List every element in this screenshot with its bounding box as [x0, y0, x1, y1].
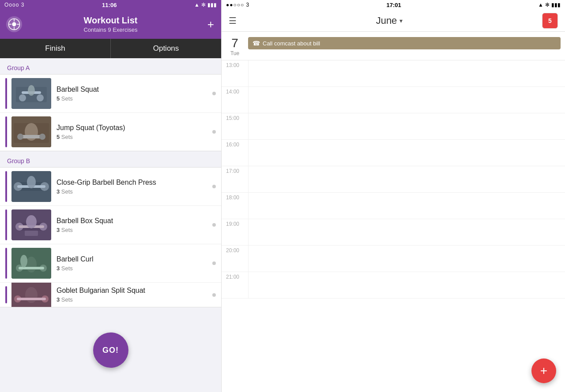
- event-container: ☎ Call comcast about bill: [248, 37, 561, 49]
- exercise-name: Jump Squat (Toyotas): [56, 124, 209, 132]
- exercise-thumbnail: [11, 248, 51, 279]
- exercise-name: Barbell Box Squat: [56, 217, 209, 225]
- exercise-dot: [212, 223, 216, 227]
- exercise-sets: 3 Sets: [56, 296, 209, 303]
- exercise-dot: [212, 130, 216, 134]
- list-item[interactable]: Goblet Bulgarian Split Squat 3 Sets: [0, 283, 221, 307]
- day-name: Tue: [222, 50, 248, 56]
- icons-left: ▲ ✻ ▮▮▮: [194, 2, 217, 8]
- exercise-info: Goblet Bulgarian Split Squat 3 Sets: [56, 287, 209, 303]
- exercise-sets: 5 Sets: [56, 134, 209, 140]
- status-bar-right: ●●○○○ 3 17:01 ▲ ✻ ▮▮▮: [222, 0, 565, 10]
- right-panel: ●●○○○ 3 17:01 ▲ ✻ ▮▮▮ ☰ June ▾ 5 7 Tue ☎: [222, 0, 565, 392]
- menu-icon[interactable]: ☰: [229, 16, 237, 25]
- time-content: [248, 140, 565, 166]
- group-bar: [5, 78, 7, 109]
- time-label: 13:00: [222, 60, 248, 68]
- app-header: Workout List Contains 9 Exercises +: [0, 10, 221, 39]
- battery-icon-left: ▮▮▮: [207, 2, 217, 8]
- group-a-header: Group A: [0, 58, 221, 74]
- exercise-info: Close-Grip Barbell Bench Press 3 Sets: [56, 179, 209, 195]
- add-exercise-button[interactable]: +: [207, 18, 214, 31]
- time-content: [248, 87, 565, 113]
- time-left: 11:06: [102, 2, 117, 8]
- time-label: 14:00: [222, 87, 248, 95]
- svg-rect-43: [17, 298, 46, 300]
- list-item[interactable]: Barbell Squat 5 Sets: [0, 75, 221, 113]
- time-content: [248, 246, 565, 272]
- exercise-dot: [212, 185, 216, 188]
- exercise-name: Barbell Squat: [56, 86, 209, 93]
- calendar-day-header: 7 Tue ☎ Call comcast about bill: [222, 32, 565, 60]
- add-event-fab[interactable]: +: [531, 358, 556, 383]
- time-label: 16:00: [222, 140, 248, 148]
- time-slot: 18:00: [222, 193, 565, 219]
- workout-toolbar: Finish Options: [0, 39, 221, 58]
- exercise-name: Goblet Bulgarian Split Squat: [56, 287, 209, 295]
- list-item[interactable]: Close-Grip Barbell Bench Press 3 Sets: [0, 168, 221, 206]
- exercise-name: Close-Grip Barbell Bench Press: [56, 179, 209, 187]
- exercise-thumbnail: [11, 116, 51, 147]
- svg-point-8: [19, 94, 26, 101]
- time-content: [248, 60, 565, 86]
- svg-point-32: [26, 257, 37, 273]
- group-bar: [5, 209, 7, 240]
- time-slot: 13:00: [222, 60, 565, 87]
- time-slot: 19:00: [222, 219, 565, 246]
- time-slot: 14:00: [222, 87, 565, 113]
- exercise-dot: [212, 92, 216, 95]
- time-content: [248, 113, 565, 139]
- svg-point-29: [26, 215, 37, 228]
- group-bar: [5, 171, 7, 202]
- time-label: 21:00: [222, 272, 248, 280]
- time-content: [248, 193, 565, 219]
- svg-rect-36: [19, 267, 44, 269]
- svg-point-23: [27, 176, 36, 188]
- group-b-container: Close-Grip Barbell Bench Press 3 Sets: [0, 167, 221, 307]
- svg-point-9: [37, 94, 44, 101]
- exercise-sets: 3 Sets: [56, 188, 209, 195]
- group-bar: [5, 116, 7, 147]
- list-item[interactable]: Jump Squat (Toyotas) 5 Sets: [0, 113, 221, 151]
- list-item[interactable]: Barbell Box Squat 3 Sets: [0, 206, 221, 244]
- finish-button[interactable]: Finish: [0, 39, 111, 58]
- calendar-event[interactable]: ☎ Call comcast about bill: [248, 37, 561, 49]
- group-b-header: Group B: [0, 151, 221, 167]
- exercise-dot: [212, 293, 216, 297]
- day-number: 7: [222, 37, 248, 49]
- group-bar: [5, 248, 7, 279]
- exercise-thumbnail: [11, 171, 51, 202]
- time-right: 17:01: [387, 2, 401, 8]
- time-label: 15:00: [222, 113, 248, 121]
- list-item[interactable]: Barbell Curl 3 Sets: [0, 244, 221, 283]
- exercise-sets: 5 Sets: [56, 95, 209, 102]
- exercise-sets: 3 Sets: [56, 227, 209, 233]
- exercise-thumbnail: [11, 209, 51, 240]
- location-icon-right: ▲: [538, 2, 543, 8]
- status-bar-left: Oooo 3 11:06 ▲ ✻ ▮▮▮: [0, 0, 221, 10]
- header-title: Workout List: [84, 15, 138, 26]
- battery-icon-right: ▮▮▮: [551, 2, 561, 8]
- svg-rect-15: [20, 135, 42, 138]
- exercise-name: Barbell Curl: [56, 255, 209, 263]
- bluetooth-icon-left: ✻: [201, 2, 206, 8]
- svg-point-17: [39, 134, 45, 140]
- app-logo-icon: [6, 16, 22, 32]
- exercise-info: Jump Squat (Toyotas) 5 Sets: [56, 124, 209, 140]
- signal-right: ●●○○○ 3: [226, 2, 249, 8]
- go-button[interactable]: GO!: [93, 332, 128, 368]
- signal-left: Oooo 3: [4, 2, 24, 8]
- exercise-info: Barbell Curl 3 Sets: [56, 255, 209, 272]
- time-slot: 21:00: [222, 272, 565, 299]
- svg-point-11: [28, 85, 35, 96]
- header-subtitle: Contains 9 Exercises: [83, 26, 137, 33]
- month-dropdown-icon: ▾: [399, 17, 403, 24]
- today-button[interactable]: 5: [542, 13, 558, 29]
- group-a-container: Barbell Squat 5 Sets: [0, 74, 221, 151]
- month-selector[interactable]: June ▾: [376, 15, 403, 26]
- time-content: [248, 272, 565, 298]
- calendar-header: ☰ June ▾ 5: [222, 10, 565, 32]
- svg-point-37: [20, 255, 27, 267]
- options-button[interactable]: Options: [111, 39, 221, 58]
- time-content: [248, 219, 565, 245]
